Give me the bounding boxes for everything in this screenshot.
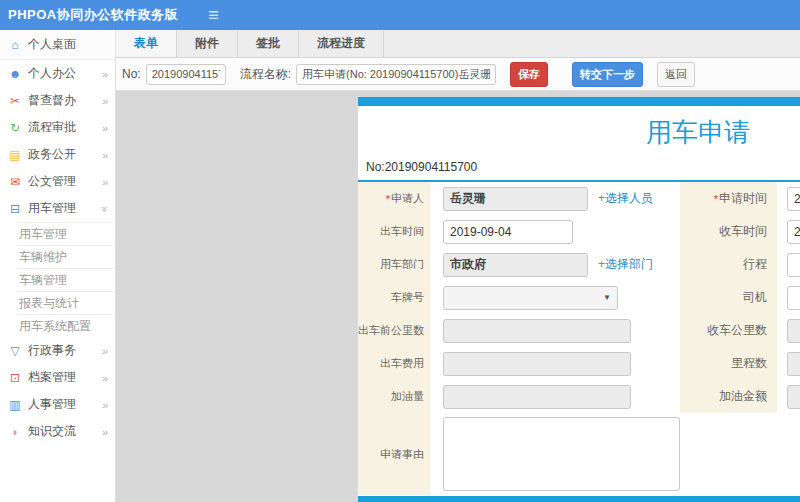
form-row-km-before: 出车前公里数: [358, 314, 680, 347]
sidebar-item-personal-desktop[interactable]: ⌂ 个人桌面: [0, 30, 115, 60]
sidebar: ⌂ 个人桌面 ☻ 个人办公 » ✂ 督查督办 » ↻ 流程审批 » ▤ 政务公开…: [0, 30, 116, 502]
field-label-text: 加油金额: [719, 388, 767, 405]
driver-input[interactable]: [787, 286, 800, 310]
sidebar-item-workflow-approval[interactable]: ↻ 流程审批 »: [0, 114, 115, 141]
sidebar-item-knowledge-exchange[interactable]: ◗ 知识交流 »: [0, 418, 115, 445]
application-reason-textarea[interactable]: [443, 417, 680, 491]
archive-icon: ⊡: [8, 371, 22, 385]
form-row-return-time: 收车时间: [680, 215, 800, 248]
form-row-mileage: 里程数: [680, 347, 800, 380]
field-label: 行程: [680, 248, 777, 281]
form-row-plate-number: 车牌号 ▼: [358, 281, 680, 314]
sidebar-subitem-vehicle-system-config[interactable]: 用车系统配置: [17, 314, 115, 337]
home-icon: ⌂: [8, 38, 22, 52]
sidebar-item-archive-management[interactable]: ⊡ 档案管理 »: [0, 364, 115, 391]
field-label-text: 申请人: [391, 191, 424, 206]
sidebar-item-label: 用车管理: [28, 200, 102, 217]
return-time-input[interactable]: [787, 220, 800, 244]
tab-form[interactable]: 表单: [116, 30, 177, 57]
sidebar-item-gov-disclosure[interactable]: ▤ 政务公开 »: [0, 141, 115, 168]
panel-bottom-accent-bar: [358, 496, 800, 502]
form-row-itinerary: 行程: [680, 248, 800, 281]
select-department-link[interactable]: +选择部门: [598, 256, 653, 273]
applicant-field[interactable]: 岳灵珊: [443, 187, 588, 211]
sidebar-item-administrative-affairs[interactable]: ▽ 行政事务 »: [0, 337, 115, 364]
sidebar-subitem-label: 车辆管理: [19, 272, 67, 289]
field-label-text: 收车公里数: [707, 322, 767, 339]
book-icon: ▥: [8, 398, 22, 412]
form-row-apply-time: * 申请时间: [680, 182, 800, 215]
refresh-icon: ↻: [8, 121, 22, 135]
field-label: 出车前公里数: [358, 314, 430, 347]
plus-icon: +: [598, 257, 605, 271]
fuel-amount-field: [443, 385, 631, 409]
sidebar-item-label: 个人桌面: [28, 36, 108, 53]
field-label-text: 收车时间: [719, 223, 767, 240]
field-label-text: 加油量: [391, 389, 424, 404]
sidebar-subitem-vehicle-use[interactable]: 用车管理: [17, 222, 115, 245]
sidebar-item-hr-management[interactable]: ▥ 人事管理 »: [0, 391, 115, 418]
itinerary-input[interactable]: [787, 253, 800, 277]
field-label: 加油量: [358, 380, 430, 413]
form-row-application-reason: 申请事由: [358, 413, 680, 495]
hamburger-icon[interactable]: ≡: [208, 0, 219, 30]
field-label: 车牌号: [358, 281, 430, 314]
chevron-right-icon: »: [102, 149, 108, 161]
departure-time-input[interactable]: [443, 220, 573, 244]
required-mark: *: [714, 193, 718, 205]
form-body: * 申请人 岳灵珊 +选择人员 出车时间 用车部门 市政府: [358, 182, 800, 496]
app-title: PHPOA协同办公软件政务版: [0, 6, 178, 24]
field-label-text: 用车部门: [380, 257, 424, 272]
form-row-driver: 司机: [680, 281, 800, 314]
sidebar-item-label: 知识交流: [28, 423, 102, 440]
km-before-field: [443, 319, 631, 343]
field-label: 用车部门: [358, 248, 430, 281]
sidebar-item-label: 个人办公: [28, 65, 102, 82]
tab-workflow-progress[interactable]: 流程进度: [299, 30, 384, 57]
sidebar-item-vehicle-management[interactable]: ⊟ 用车管理 »: [0, 195, 115, 222]
sidebar-subitem-reports-statistics[interactable]: 报表与统计: [17, 291, 115, 314]
field-label: 收车公里数: [680, 314, 777, 347]
required-mark: *: [386, 193, 390, 205]
panel-top-accent-bar: [358, 97, 800, 106]
no-input[interactable]: [146, 64, 226, 85]
sidebar-item-document-management[interactable]: ✉ 公文管理 »: [0, 168, 115, 195]
km-return-field: [787, 319, 800, 343]
field-label-text: 出车费用: [380, 356, 424, 371]
toolbar: No: 流程名称: 保存 转交下一步 返回: [116, 58, 800, 91]
forward-next-step-button[interactable]: 转交下一步: [572, 62, 643, 87]
save-button[interactable]: 保存: [510, 62, 548, 87]
chevron-right-icon: »: [102, 122, 108, 134]
fuel-cost-field: [787, 385, 800, 409]
form-row-trip-cost: 出车费用: [358, 347, 680, 380]
back-button[interactable]: 返回: [657, 62, 695, 87]
mileage-field: [787, 352, 800, 376]
form-panel: 用车申请 No:20190904115700 * 申请人 岳灵珊 +选择人员 出…: [358, 97, 800, 502]
field-label: 里程数: [680, 347, 777, 380]
sidebar-item-label: 人事管理: [28, 396, 102, 413]
mail-icon: ✉: [8, 175, 22, 189]
sidebar-item-personal-office[interactable]: ☻ 个人办公 »: [0, 60, 115, 87]
flow-name-input[interactable]: [296, 64, 496, 85]
form-row-fuel-amount: 加油量: [358, 380, 680, 413]
form-row-vehicle-department: 用车部门 市政府 +选择部门: [358, 248, 680, 281]
form-left-column: * 申请人 岳灵珊 +选择人员 出车时间 用车部门 市政府: [358, 182, 680, 495]
sidebar-item-label: 政务公开: [28, 146, 102, 163]
tab-bar: 表单 附件 签批 流程进度: [116, 30, 800, 58]
plate-number-select[interactable]: ▼: [443, 286, 618, 310]
no-label: No:: [122, 67, 141, 81]
field-label-text: 里程数: [731, 355, 767, 372]
select-person-link[interactable]: +选择人员: [598, 190, 653, 207]
apply-time-input[interactable]: [787, 187, 800, 211]
chevron-right-icon: »: [102, 176, 108, 188]
sidebar-subitem-label: 车辆维护: [19, 249, 67, 266]
field-label-text: 行程: [743, 256, 767, 273]
content-area: 用车申请 No:20190904115700 * 申请人 岳灵珊 +选择人员 出…: [116, 91, 800, 502]
sidebar-subitem-vehicle-admin[interactable]: 车辆管理: [17, 268, 115, 291]
tab-attachments[interactable]: 附件: [177, 30, 238, 57]
department-field[interactable]: 市政府: [443, 253, 588, 277]
sidebar-item-supervision[interactable]: ✂ 督查督办 »: [0, 87, 115, 114]
sidebar-subitem-vehicle-maintenance[interactable]: 车辆维护: [17, 245, 115, 268]
field-label: 出车费用: [358, 347, 430, 380]
tab-sign-approval[interactable]: 签批: [238, 30, 299, 57]
